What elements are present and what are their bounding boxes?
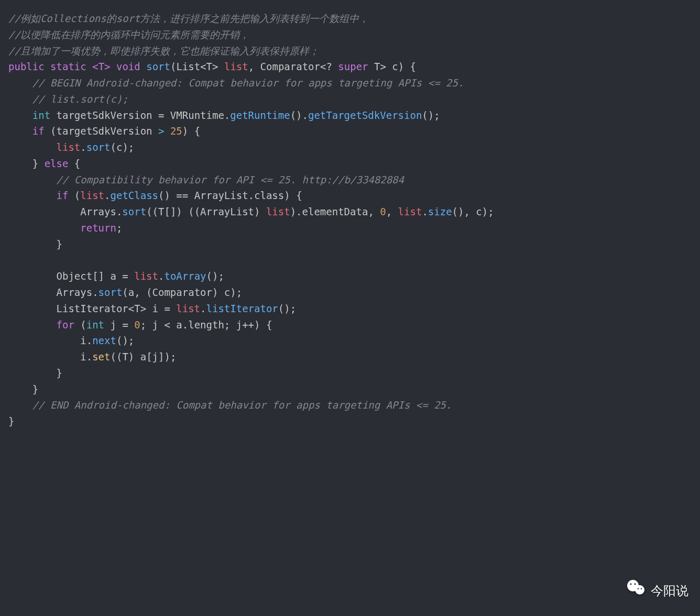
- code-text: (c);: [111, 141, 135, 153]
- var-list: list: [266, 206, 290, 217]
- brace: }: [32, 383, 38, 395]
- code-text: ) {: [182, 125, 200, 137]
- method-call: next: [92, 335, 116, 346]
- paren-close: ) {: [398, 61, 416, 72]
- comment-line: // list.sort(c);: [32, 93, 128, 105]
- method-name: sort: [146, 61, 170, 72]
- method-call: getRuntime: [230, 109, 290, 121]
- comment-line: //且增加了一项优势，即使排序失败，它也能保证输入列表保持原样；: [8, 45, 319, 57]
- code-text: (: [74, 319, 86, 331]
- num-0: 0: [134, 319, 140, 331]
- dot: .: [158, 270, 164, 282]
- num-0: 0: [380, 206, 386, 217]
- code-text: j =: [104, 319, 134, 331]
- param-type: T>: [368, 61, 386, 72]
- code-text: ((T[]) ((ArrayList): [146, 206, 266, 217]
- svg-point-5: [641, 588, 642, 590]
- var-list: list: [176, 303, 200, 314]
- brace: }: [8, 415, 14, 427]
- kw-void: void: [116, 61, 140, 72]
- code-text: ((T) a[j]);: [111, 351, 177, 362]
- method-call: sort: [99, 287, 123, 298]
- comment-line: //以便降低在排序的内循环中访问元素所需要的开销，: [8, 29, 249, 40]
- code-text: Object[] a =: [57, 270, 135, 282]
- comma: ,: [248, 61, 260, 72]
- method-call: sort: [122, 206, 146, 217]
- param-type: List<T>: [176, 61, 218, 72]
- param-name-c: c: [386, 61, 398, 72]
- wechat-icon: [626, 577, 647, 604]
- comment-line: // BEGIN Android-changed: Compat behavio…: [32, 77, 464, 89]
- svg-point-1: [635, 585, 644, 595]
- method-call: getTargetSdkVersion: [308, 109, 422, 121]
- code-text: ();: [116, 335, 134, 346]
- code-text: ();: [206, 270, 224, 282]
- svg-point-3: [634, 584, 636, 585]
- var-list: list: [134, 270, 158, 282]
- code-text: (: [68, 190, 80, 201]
- code-text: ();: [278, 303, 296, 314]
- kw-int: int: [86, 319, 104, 331]
- watermark: 今阳说: [626, 577, 688, 604]
- code-text: () == ArrayList.class) {: [158, 190, 302, 201]
- code-text: (), c);: [452, 206, 494, 217]
- kw-return: return: [80, 222, 116, 234]
- param-type: Comparator<?: [260, 61, 338, 72]
- code-text: (targetSdkVersion: [45, 125, 158, 137]
- code-text: i.: [80, 335, 92, 346]
- brace: {: [68, 158, 80, 169]
- brace: }: [32, 158, 45, 169]
- kw-public: public: [8, 61, 45, 72]
- kw-if: if: [57, 190, 69, 201]
- method-call: getClass: [111, 190, 159, 201]
- code-text: (a, (Comparator) c);: [122, 287, 242, 298]
- semicolon: ;: [116, 222, 122, 234]
- method-call: toArray: [164, 270, 206, 282]
- var-list: list: [80, 190, 104, 201]
- code-text: i.: [80, 351, 92, 362]
- svg-point-4: [638, 588, 639, 590]
- method-call: sort: [86, 141, 111, 153]
- code-text: ();: [422, 109, 440, 121]
- comment-line: // END Android-changed: Compat behavior …: [32, 399, 452, 411]
- method-call: set: [92, 351, 110, 362]
- generic-T: <T>: [92, 61, 110, 72]
- code-text: Arrays.: [80, 206, 122, 217]
- dot: .: [200, 303, 206, 314]
- watermark-text: 今阳说: [651, 581, 688, 601]
- dot: .: [80, 141, 86, 153]
- op-gt: >: [158, 125, 164, 137]
- dot: .: [422, 206, 428, 217]
- code-text: ().: [290, 109, 308, 121]
- num-25: 25: [170, 125, 182, 137]
- kw-super: super: [338, 61, 368, 72]
- code-text: Arrays.: [57, 287, 99, 298]
- code-text: ; j < a.length; j++) {: [140, 319, 272, 331]
- space: [164, 125, 170, 137]
- comma: ,: [386, 206, 398, 217]
- dot: .: [104, 190, 110, 201]
- paren: (: [170, 61, 176, 72]
- code-block: //例如Collections的sort方法，进行排序之前先把输入列表转到一个数…: [0, 0, 700, 445]
- var-list: list: [398, 206, 422, 217]
- kw-for: for: [57, 319, 74, 331]
- code-text: ).elementData,: [290, 206, 380, 217]
- method-call: listIterator: [206, 303, 278, 314]
- comment-line: //例如Collections的sort方法，进行排序之前先把输入列表转到一个数…: [8, 13, 369, 24]
- kw-if: if: [32, 125, 45, 137]
- comment-line: // Compatibility behavior for API <= 25.…: [57, 174, 404, 185]
- code-text: ListIterator<T> i =: [57, 303, 177, 314]
- code-text: targetSdkVersion = VMRuntime.: [50, 109, 230, 121]
- param-name-list: list: [224, 61, 248, 72]
- kw-else: else: [45, 158, 69, 169]
- brace: }: [57, 238, 62, 250]
- var-list: list: [57, 141, 81, 153]
- kw-static: static: [50, 61, 86, 72]
- kw-int: int: [32, 109, 50, 121]
- svg-point-2: [630, 584, 631, 585]
- brace: }: [57, 367, 62, 379]
- method-call: size: [428, 206, 452, 217]
